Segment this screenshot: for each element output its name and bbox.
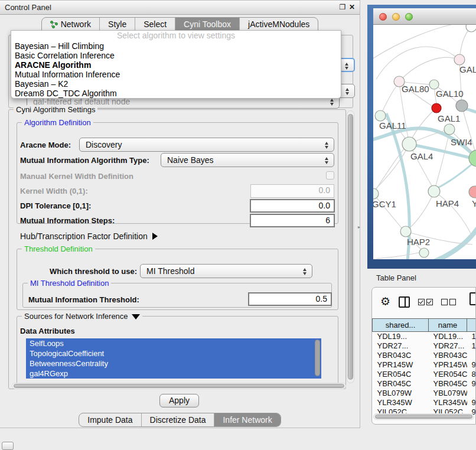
- table-row[interactable]: YPR145WYPR145W9.: [373, 360, 476, 370]
- network-window-titlebar[interactable]: [373, 8, 476, 25]
- node-bottom-partial[interactable]: [419, 248, 429, 257]
- gear-icon[interactable]: ⚙: [380, 296, 390, 308]
- attribute-item[interactable]: TopologicalCoefficient: [26, 348, 321, 358]
- bottom-tabbar: Impute DataDiscretize DataInfer Network: [0, 413, 360, 427]
- node-swi4[interactable]: [444, 124, 455, 135]
- node-label-gcy1: GCY1: [373, 199, 396, 209]
- tab-select[interactable]: Select: [135, 18, 175, 31]
- dropdown-item[interactable]: Dream8 DC_TDC Algorithm: [11, 89, 341, 98]
- tab-style[interactable]: Style: [100, 18, 135, 31]
- dpi-tolerance-label: DPI Tolerance [0,1]:: [20, 201, 91, 210]
- tab-impute-data[interactable]: Impute Data: [79, 413, 141, 426]
- node-hap2[interactable]: [400, 226, 411, 237]
- table-column-header[interactable]: name: [429, 319, 467, 332]
- tab-label: Network: [61, 19, 91, 29]
- settings-vertical-scrollbar[interactable]: [347, 110, 354, 383]
- floating-panel-button[interactable]: [2, 442, 14, 450]
- table-cell: YPR145W: [373, 360, 429, 370]
- table-row[interactable]: YBR043CYBR043C: [373, 351, 476, 360]
- table-cell: YDL19...: [373, 332, 429, 341]
- table-cell: YDL19...: [429, 332, 467, 341]
- tab-jactivemnodules[interactable]: jActiveMNodules: [240, 18, 318, 31]
- mi-threshold-field[interactable]: 0.5: [248, 292, 332, 306]
- new-table-icon[interactable]: [470, 292, 476, 305]
- table-column-header[interactable]: [467, 319, 476, 332]
- manual-kernel-checkbox[interactable]: [326, 171, 334, 180]
- settings-horizontal-scrollbar[interactable]: [12, 383, 346, 389]
- table-row[interactable]: YBL079WYBL079W: [373, 389, 476, 398]
- table-row[interactable]: YDR27...YDR27...12: [373, 341, 476, 351]
- table-cell: 12: [467, 341, 476, 351]
- node-gal4[interactable]: [402, 137, 416, 151]
- node-attribute-table: shared...name YDL19...YDL19...13YDR27...…: [372, 318, 476, 417]
- settings-vscroll-thumb[interactable]: [348, 114, 353, 380]
- mi-steps-label: Mutual Information Steps:: [20, 216, 115, 225]
- table-row[interactable]: YLR345WYLR345W9.: [373, 398, 476, 407]
- table-row[interactable]: YDL19...YDL19...13: [373, 332, 476, 341]
- aracne-mode-combobox[interactable]: Discovery: [79, 138, 334, 152]
- table-cell: YDR27...: [373, 341, 429, 351]
- node-label-gal1: GAL1: [438, 113, 460, 123]
- table-cell: 8.: [467, 370, 476, 379]
- table-column-header[interactable]: shared...: [373, 319, 429, 332]
- attribute-item[interactable]: BetweennessCentrality: [26, 358, 321, 369]
- deselect-all-checks-icon[interactable]: [441, 299, 456, 305]
- which-threshold-combobox[interactable]: MI Threshold: [140, 264, 312, 278]
- tab-label: Cyni Toolbox: [184, 19, 231, 29]
- attributes-list-scrollbar[interactable]: [315, 340, 320, 376]
- tab-discretize-data[interactable]: Discretize Data: [142, 413, 215, 426]
- settings-hscroll-thumb[interactable]: [14, 384, 344, 388]
- control-panel-titlebar: Control Panel ❐ ✕: [0, 1, 360, 15]
- node-gal11[interactable]: [375, 110, 386, 121]
- dropdown-item[interactable]: Mutual Information Inference: [11, 70, 341, 79]
- tab-cyni-toolbox[interactable]: Cyni Toolbox: [175, 18, 240, 31]
- table-row[interactable]: YBR045CYBR045C9.: [373, 379, 476, 389]
- float-window-icon[interactable]: ❐: [338, 3, 347, 11]
- dropdown-item[interactable]: ARACNE Algorithm: [11, 60, 341, 70]
- columns-icon[interactable]: [399, 296, 410, 308]
- mac-close-icon[interactable]: [379, 13, 387, 21]
- network-icon: [50, 21, 58, 28]
- close-icon[interactable]: ✕: [348, 3, 356, 11]
- threshold-definition-title: Threshold Definition: [22, 244, 95, 253]
- table-cell: 13: [467, 332, 476, 341]
- apply-button[interactable]: Apply: [159, 394, 199, 407]
- mi-steps-field[interactable]: 6: [250, 214, 335, 227]
- table-row[interactable]: YER054CYER054C8.: [373, 370, 476, 379]
- table-cell: 9.: [467, 360, 476, 370]
- table-hscroll-thumb[interactable]: [375, 415, 472, 419]
- dropdown-item[interactable]: Basic Correlation Inference: [11, 51, 341, 60]
- mac-zoom-icon[interactable]: [405, 13, 413, 21]
- dropdown-item[interactable]: Bayesian – K2: [11, 79, 341, 89]
- node-gray[interactable]: [456, 100, 468, 112]
- node-label-swi4: SWI4: [451, 137, 472, 147]
- node-top-partial[interactable]: [466, 25, 476, 32]
- combo-stepper-icon: [324, 141, 329, 149]
- panel-splitter-handle[interactable]: ▸: [358, 224, 360, 230]
- mac-minimize-icon[interactable]: [392, 13, 400, 21]
- collapse-arrow-icon[interactable]: [132, 314, 140, 319]
- node-salmon[interactable]: [469, 186, 476, 198]
- node-gcy1[interactable]: [373, 188, 379, 199]
- dropdown-item[interactable]: Bayesian – Hill Climbing: [11, 41, 341, 51]
- dpi-tolerance-field[interactable]: 0.0: [250, 199, 335, 213]
- node-gal10[interactable]: [429, 80, 439, 89]
- tab-infer-network[interactable]: Infer Network: [214, 413, 280, 426]
- node-hap4[interactable]: [428, 185, 440, 197]
- attribute-item[interactable]: SelfLoops: [26, 338, 321, 348]
- network-canvas[interactable]: GALGAL80GAL10GAL1GAL11SWI4GAL4HAP4YGCY1H…: [373, 25, 476, 259]
- tab-network[interactable]: Network: [42, 18, 100, 31]
- table-horizontal-scrollbar[interactable]: [373, 413, 474, 420]
- node-gal-partial[interactable]: [454, 54, 465, 65]
- expand-arrow-icon[interactable]: [152, 233, 158, 240]
- sources-title: Sources for Network Inference: [22, 312, 142, 321]
- hub-section-label[interactable]: Hub/Transcription Factor Definition: [20, 231, 158, 241]
- attribute-item[interactable]: gal4RGexp: [26, 369, 321, 379]
- mi-threshold-label: Mutual Information Threshold:: [28, 295, 139, 304]
- mi-type-combobox[interactable]: Naive Bayes: [161, 153, 334, 167]
- mi-type-value: Naive Bayes: [167, 155, 214, 165]
- select-all-checks-icon[interactable]: [418, 299, 433, 305]
- node-label-gal: GAL: [459, 64, 476, 74]
- node-gal1[interactable]: [432, 103, 441, 113]
- kernel-width-field[interactable]: 0.0: [250, 184, 334, 198]
